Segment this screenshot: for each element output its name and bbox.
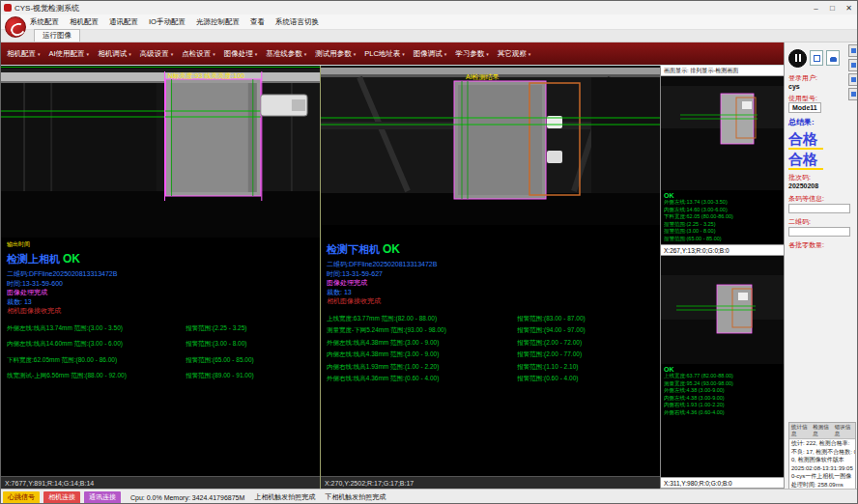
- machine-background: [1, 66, 320, 238]
- toolbar-other-observe[interactable]: 其它观察▾: [498, 49, 531, 59]
- overlay-label-lower: AI检测结果: [466, 73, 500, 81]
- alarm-range-text: 报警范围:(2.00 - 77.00): [513, 350, 654, 358]
- camera-image-upper[interactable]: N标亮度:93 线亮亮度:100: [1, 66, 320, 238]
- camera-tool-button[interactable]: [810, 50, 823, 66]
- app-window: CYS-视觉检测系统 – □ ✕ 系统配置 相机配置 通讯配置 IO手动配置 光…: [0, 0, 858, 504]
- preview-image-1[interactable]: [661, 76, 784, 190]
- measurement-row: 测量宽度-下网5.24mm 范围:(93.00 - 98.00)报警范围:(94…: [327, 326, 654, 334]
- login-user-field: 登录用户: cys: [788, 73, 856, 91]
- lower-camera-trigger-status: 下相机触发拍照完成: [325, 492, 386, 502]
- toolbar-camera-config[interactable]: 相机配置▾: [7, 49, 41, 59]
- app-icon: [4, 4, 12, 12]
- statistics-tabs: 统计信息 检测信息 错误信息: [789, 423, 855, 439]
- process-done-line: 图像处理完成: [327, 278, 654, 288]
- chevron-down-icon: ▾: [529, 51, 531, 57]
- measurement-row: 内侧右线:线高1.93mm 范围:(1.00 - 2.20)报警范围:(1.10…: [327, 363, 654, 371]
- toolbar-spot-check[interactable]: 点检设置▾: [182, 49, 215, 59]
- toolbar-image-debug[interactable]: 图像调试▾: [414, 49, 447, 59]
- toolbar-label: 点检设置: [182, 49, 211, 59]
- edge-tool-button-4[interactable]: [848, 88, 858, 100]
- result-line-upper: 检测上相机OK: [7, 249, 314, 266]
- toolbar-plc-address[interactable]: PLC地址表▾: [364, 49, 405, 59]
- login-user-value: cys: [788, 83, 800, 90]
- minimize-button[interactable]: –: [808, 2, 824, 14]
- stats-line: 不良: 17, 检测不合格数: 0: [789, 448, 855, 457]
- maximize-button[interactable]: □: [824, 2, 841, 14]
- stats-tab-statistics[interactable]: 统计信息: [791, 424, 810, 437]
- edge-tool-button-1[interactable]: [848, 44, 858, 57]
- toolbar-image-processing[interactable]: 图像处理▾: [224, 49, 258, 59]
- alarm-range-text: 报警范围:(65.00 - 85.00): [182, 356, 314, 364]
- status-bar: 心跳信号 相机连接 通讯连接 Cpu: 0.0% Memory: 3424.41…: [1, 489, 857, 504]
- measurement-row: 外侧左线:线高13.74mm 范围:(3.00 - 3.50)报警范围:(2.2…: [7, 324, 314, 332]
- result-text-lower: 检测下相机OK 二维码:DFFline2025020813313472B 时间:…: [321, 225, 660, 476]
- time-line: 时间:13-31-59-627: [327, 269, 654, 279]
- pause-icon: [799, 54, 801, 62]
- chevron-down-icon: ▾: [486, 51, 489, 57]
- chevron-down-icon: ▾: [354, 51, 357, 57]
- alarm-range-text: 报警范围:(1.10 - 2.10): [513, 363, 654, 371]
- measurement-text: 内侧左线:线高14.60mm 范围:(3.00 - 6.00): [7, 340, 182, 348]
- menu-system-config[interactable]: 系统配置: [30, 17, 59, 27]
- preview-display-mode[interactable]: 画面显示: 排列显示-检测画面: [661, 66, 784, 76]
- close-button[interactable]: ✕: [841, 2, 857, 14]
- toolbar-test-params[interactable]: 测试用参数▾: [315, 49, 356, 59]
- menu-comm-config[interactable]: 通讯配置: [109, 17, 138, 27]
- preview-ok-status: OK: [664, 366, 781, 373]
- model-value[interactable]: Mode11: [788, 102, 821, 113]
- chevron-down-icon: ▾: [255, 51, 258, 57]
- edge-tool-button-2[interactable]: [848, 59, 858, 71]
- edge-tool-strip: [848, 44, 858, 100]
- tab-run-image[interactable]: 运行图像: [34, 29, 80, 42]
- camera-image-lower[interactable]: AI检测结果: [321, 66, 660, 225]
- measurement-rows-lower: 上线宽度:63.77mm 范围:(82.00 - 88.00)报警范围:(83.…: [327, 315, 654, 383]
- measurement-row: 内侧左线:线高4.38mm 范围:(3.00 - 9.00)报警范围:(2.00…: [327, 350, 654, 358]
- stats-tab-detection[interactable]: 检测信息: [813, 424, 831, 437]
- toolbar-ai-config[interactable]: AI使用配置▾: [49, 49, 90, 59]
- camera-icon: [814, 55, 820, 62]
- part-region: [166, 73, 261, 196]
- barcode-info-input[interactable]: [788, 204, 850, 213]
- comm-connection-badge: 通讯连接: [84, 491, 121, 504]
- qr-info-input[interactable]: [788, 227, 850, 237]
- main-area: N标亮度:93 线亮亮度:100 输出时间 检测上相机OK 二维码:DFFlin…: [1, 65, 784, 489]
- model-field: 使用型号: Mode11: [788, 94, 856, 113]
- menu-view[interactable]: 查看: [250, 17, 265, 27]
- toolbar-baseline-params[interactable]: 基准线参数▾: [266, 49, 306, 59]
- recv-line: 相机图像接收完成: [7, 306, 314, 316]
- chevron-down-icon: ▾: [304, 51, 307, 57]
- toolbar-label: 测试用参数: [315, 49, 352, 59]
- count-line: 裁数: 13: [7, 297, 314, 307]
- chevron-down-icon: ▾: [402, 51, 405, 57]
- alarm-range-text: 报警范围:(2.00 - 72.00): [513, 339, 654, 347]
- titlebar: CYS-视觉检测系统 – □ ✕: [1, 1, 857, 14]
- menu-io-manual-config[interactable]: IO手动配置: [149, 17, 186, 27]
- brand-logo: [5, 16, 26, 38]
- lock-tool-button[interactable]: [826, 50, 840, 66]
- preview-line: 外侧右线:4.36 (0.60-4.00): [664, 409, 781, 417]
- toolbar-camera-debug[interactable]: 相机调试▾: [98, 49, 131, 59]
- result-status: OK: [63, 252, 80, 266]
- toolbar: 相机配置▾ AI使用配置▾ 相机调试▾ 高级设置▾ 点检设置▾ 图像处理▾ 基准…: [1, 42, 784, 65]
- preview-text-1: OK 外侧左线:13.74 (3.00-3.50) 内侧左线:14.60 (3.…: [661, 190, 784, 244]
- measurement-text: 线宽测试-上网6.56mm 范围:(88.00 - 92.00): [7, 372, 182, 379]
- toolbar-label: 图像处理: [224, 49, 253, 59]
- stats-tab-errors[interactable]: 错误信息: [835, 424, 853, 437]
- toolbar-learning-params[interactable]: 学习参数▾: [455, 49, 489, 59]
- camera-panel-lower: AI检测结果 检测下相机OK 二维码:DFFline20250208133134…: [321, 66, 661, 489]
- pause-button[interactable]: [788, 49, 807, 68]
- preview-line: 内侧左线:14.60 (3.00-6.00): [664, 207, 781, 214]
- menu-camera-config[interactable]: 相机配置: [70, 17, 99, 27]
- measurement-text: 外侧左线:线高4.38mm 范围:(3.00 - 9.00): [327, 339, 513, 347]
- toolbar-label: AI使用配置: [49, 49, 85, 59]
- edge-tool-button-3[interactable]: [848, 73, 858, 86]
- menu-light-control-config[interactable]: 光源控制配置: [196, 17, 240, 27]
- preview-image-2[interactable]: [661, 256, 784, 364]
- batch-count-label: 各批零数量:: [788, 240, 856, 249]
- measurement-row: 上线宽度:63.77mm 范围:(82.00 - 88.00)报警范围:(83.…: [327, 315, 654, 322]
- menu-language-switch[interactable]: 系统语言切换: [275, 17, 319, 27]
- camera-panel-upper: N标亮度:93 线亮亮度:100 输出时间 检测上相机OK 二维码:DFFlin…: [1, 66, 321, 489]
- measurement-row: 外侧左线:线高4.38mm 范围:(3.00 - 9.00)报警范围:(2.00…: [327, 339, 654, 347]
- batch-code-value: 20250208: [788, 182, 818, 189]
- toolbar-advanced-settings[interactable]: 高级设置▾: [140, 49, 174, 59]
